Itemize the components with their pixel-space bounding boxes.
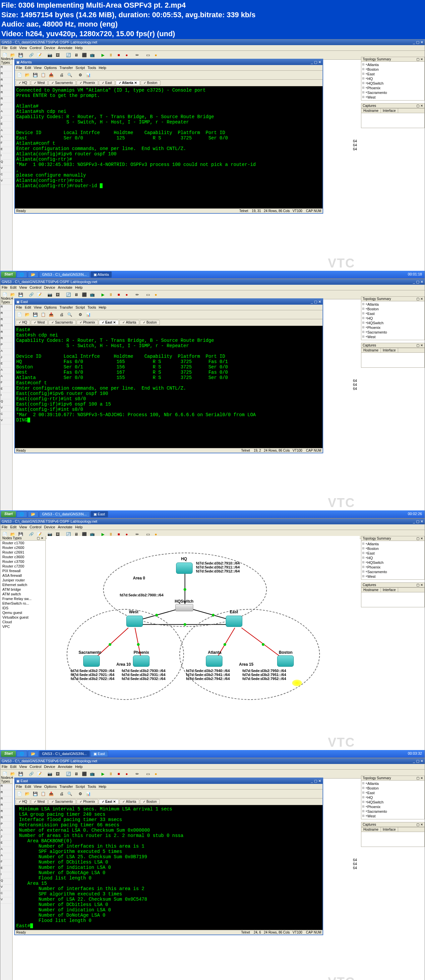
atlanta-router[interactable] xyxy=(206,655,222,667)
nodes-list-panel[interactable]: Nodes Types▢ ✕ Router c1700Router c2600R… xyxy=(0,536,46,753)
frame-2: GNS3 - C:\_data\GNS3\NETS\IPv6 OSPF Lab\… xyxy=(0,279,425,519)
right-panel: Topology Summary▢ ✕ AtlantaBostonEastHQH… xyxy=(361,57,425,274)
east-console-window-2[interactable]: ▣ East_ ▢ ✕ FileEditViewOptionsTransferS… xyxy=(14,778,323,935)
device-icon[interactable]: 📺 xyxy=(89,51,96,59)
terminal-icon[interactable]: ⬛ xyxy=(81,51,88,59)
video-info-header: File: 0306 Implementing Multi-Area OSPFv… xyxy=(0,0,425,39)
note-icon[interactable]: 📝 xyxy=(35,51,43,59)
phoenix-router[interactable] xyxy=(133,655,149,667)
nodes-sidebar: Nodes Types✕ RRRRRRPAJEAAFEIQVCV xyxy=(0,57,13,274)
term-new-icon[interactable]: 📄 xyxy=(16,72,23,79)
play-icon[interactable]: ▶ xyxy=(99,51,106,59)
window-controls[interactable]: _ ▢ ✕ xyxy=(311,60,321,64)
frame-4: GNS3 - C:\_data\GNS3\NETS\IPv6 OSPF Lab\… xyxy=(0,758,425,980)
west-router[interactable] xyxy=(126,616,143,627)
reload-icon[interactable]: 🔄 xyxy=(65,51,72,59)
screenshot-icon[interactable]: 🖼 xyxy=(54,51,61,59)
draw-icon[interactable]: ✏ xyxy=(133,51,141,59)
topology-canvas[interactable]: Area 0 Area 10 Area 15 HQ HQSwitch West … xyxy=(47,536,360,753)
record-icon[interactable]: ● xyxy=(123,51,130,59)
circle-icon[interactable]: ● xyxy=(152,51,159,59)
link-icon[interactable]: 🔗 xyxy=(27,51,35,59)
frame-3: GNS3 - C:\_data\GNS3\NETS\IPv6 OSPF Lab\… xyxy=(0,519,425,758)
boston-router[interactable] xyxy=(277,655,294,667)
stop-icon[interactable]: ■ xyxy=(115,51,122,59)
gns3-menubar[interactable]: FileEditViewControlDeviceAnnotateHelp xyxy=(0,45,425,51)
terminal-output[interactable]: Connected to Dynamips VM "Atlanta" (ID 1… xyxy=(15,86,323,208)
sacramento-router[interactable] xyxy=(83,655,100,667)
pause-icon[interactable]: ⏸ xyxy=(107,51,114,59)
east-console-window[interactable]: ▣ East_ ▢ ✕ FileEditViewOptionsTransferS… xyxy=(14,298,323,453)
snapshot-icon[interactable]: 📷 xyxy=(46,51,53,59)
start-button[interactable]: Start xyxy=(1,272,16,278)
frame-1: GNS3 - C:\_data\GNS3\NETS\IPv6 OSPF Lab\… xyxy=(0,39,425,279)
east-router[interactable] xyxy=(226,616,242,627)
topology-tree[interactable]: AtlantaBostonEastHQHQSwitchPhoenixSacram… xyxy=(361,62,425,100)
area-15-ellipse xyxy=(179,609,320,700)
save-icon[interactable]: 💾 xyxy=(17,51,24,59)
console-icon[interactable]: 🖥 xyxy=(73,51,80,59)
session-tabs[interactable]: ✓ HQ✓ West✓ Sacramento✓ Phoenix✓ East✓ A… xyxy=(15,80,323,86)
topo-partial-text: 64 64 64 xyxy=(353,139,357,151)
gns3-titlebar: GNS3 - C:\_data\GNS3\NETS\IPv6 OSPF Lab\… xyxy=(0,40,425,45)
terminal-statusbar: ReadyTelnet 19, 31 24 Rows, 86 Cols VT10… xyxy=(15,208,323,213)
atlanta-console-window[interactable]: ▣ Atlanta_ ▢ ✕ FileEditViewOptionsTransf… xyxy=(14,59,323,214)
vtc-watermark: VTC xyxy=(328,256,355,270)
windows-taskbar[interactable]: Start🌐📂GNS3 - C:\_data\GNS3\N...▣ Atlant… xyxy=(0,271,425,278)
rect-icon[interactable]: ▭ xyxy=(144,51,152,59)
hq-switch[interactable] xyxy=(175,604,193,611)
hq-router[interactable] xyxy=(176,563,193,574)
